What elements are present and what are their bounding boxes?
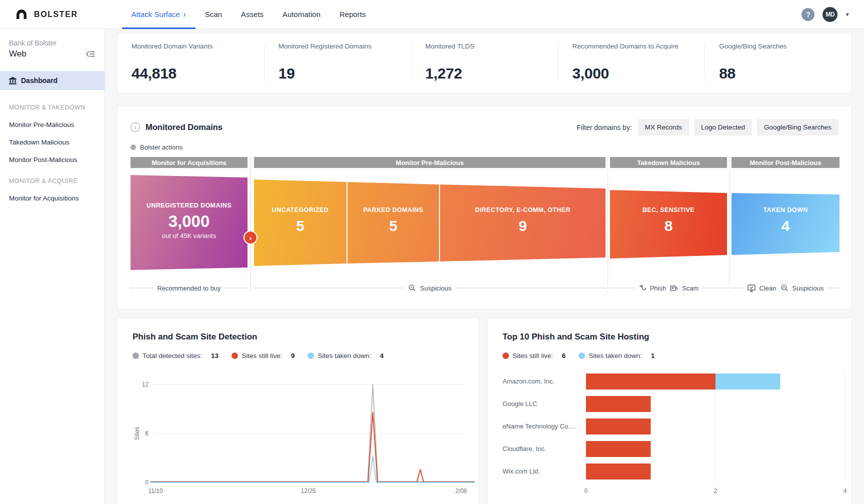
sidebar-item-takedown-malicious[interactable]: Takedown Malicious — [0, 138, 104, 146]
svg-text:eName Technology Co....: eName Technology Co.... — [502, 422, 576, 430]
svg-text:11/10: 11/10 — [148, 488, 162, 494]
stat-monitored-domain-variants: Monitored Domain Variants 44,818 — [118, 42, 264, 82]
footer-post-malicious: Clean Suspicious — [732, 282, 840, 294]
funnel-block-directory-ecomm-other[interactable]: DIRECTORY, E-COMM, OTHER 9 — [440, 168, 606, 273]
expand-acquisitions-icon[interactable]: › — [244, 232, 256, 244]
nav-item-automation[interactable]: Automation — [273, 0, 330, 29]
stat-value: 88 — [719, 65, 852, 82]
funnel-block-taken-down[interactable]: TAKEN DOWN 4 — [732, 168, 840, 273]
sidebar-item-monitor-post-malicious[interactable]: Monitor Post-Malicious — [0, 156, 104, 164]
phish-icon — [638, 284, 646, 292]
svg-text:2: 2 — [714, 488, 718, 494]
bolster-actions-label: Bolster actions — [140, 144, 182, 151]
sidebar: Bank of Bolster Web Dashboard MONITOR & … — [0, 29, 105, 504]
domains-funnel: Monitor for Acquisitions Monitor Pre-Mal… — [130, 157, 838, 297]
svg-text:Cloudflare, Inc.: Cloudflare, Inc. — [502, 445, 546, 452]
monitored-domains-card: i Monitored Domains Filter domains by: M… — [117, 106, 852, 310]
funnel-block-uncategorized[interactable]: UNCATEGORIZED 5 — [254, 168, 346, 273]
funnel-block-unregistered-domains[interactable]: UNREGISTERED DOMAINS 3,000 out of 45K va… — [130, 168, 248, 273]
collapse-sidebar-icon[interactable] — [86, 50, 96, 58]
column-header-takedown-malicious: Takedown Malicious — [610, 157, 727, 168]
filter-logo-detected-button[interactable]: Logo Detected — [694, 119, 752, 136]
footer-pre-malicious: Suspicious — [254, 282, 606, 294]
footer-takedown: Phish $ Scam — [610, 282, 727, 294]
hosting-chart-title: Top 10 Phish and Scam Site Hosting — [502, 332, 836, 342]
top-hosting-card: Top 10 Phish and Scam Site Hosting Sites… — [487, 318, 852, 504]
svg-text:12/25: 12/25 — [301, 488, 316, 494]
legend-sites-still-live: Sites still live: 9 — [232, 352, 294, 360]
detection-line-chart: 061211/1012/252/08Sites — [132, 366, 464, 498]
info-icon[interactable]: i — [130, 122, 140, 132]
phish-scam-detection-card: Phish and Scam Site Detection Total dete… — [117, 318, 479, 504]
stat-google-bing-searches: Google/Bing Searches 88 — [704, 42, 852, 82]
sidebar-item-monitor-pre-malicious[interactable]: Monitor Pre-Malicious — [0, 121, 104, 128]
column-header-monitor-post-malicious: Monitor Post-Malicious — [732, 157, 840, 168]
stat-recommended-domains: Recommended Domains to Acquire 3,000 — [558, 42, 704, 82]
org-name: Bank of Bolster — [0, 39, 104, 47]
svg-text:12: 12 — [142, 381, 149, 388]
svg-text:0: 0 — [584, 488, 588, 494]
svg-text:Google LLC: Google LLC — [502, 400, 537, 408]
main-content: Monitored Domain Variants 44,818 Monitor… — [105, 29, 864, 504]
detection-chart-legend: Total detected sites: 13 Sites still liv… — [132, 352, 464, 360]
hosting-chart-legend: Sites still live: 6 Sites taken down: 1 — [502, 352, 836, 360]
chevron-right-icon: › — [183, 10, 186, 18]
legend-total-detected: Total detected sites: 13 — [132, 352, 218, 360]
stats-card: Monitored Domain Variants 44,818 Monitor… — [117, 33, 852, 94]
nav-item-attack-surface[interactable]: Attack Surface › — [122, 0, 196, 29]
svg-text:4: 4 — [844, 488, 847, 494]
monitored-domains-title: Monitored Domains — [146, 122, 222, 132]
nav-item-scan[interactable]: Scan — [196, 0, 232, 29]
sidebar-section-monitor-takedown: MONITOR & TAKEDOWN — [9, 104, 96, 111]
detection-chart-title: Phish and Scam Site Detection — [132, 332, 464, 342]
legend-sites-taken-down: Sites taken down: 4 — [308, 352, 384, 360]
svg-text:Sites: Sites — [134, 427, 140, 440]
workspace-name: Web — [9, 49, 26, 59]
svg-text:6: 6 — [145, 430, 148, 437]
legend-dot-icon — [308, 352, 314, 359]
funnel-block-parked-domains[interactable]: PARKED DOMAINS 5 — [348, 168, 439, 273]
filter-mx-records-button[interactable]: MX Records — [638, 119, 689, 136]
nav-item-reports[interactable]: Reports — [330, 0, 376, 29]
sidebar-item-label: Dashboard — [21, 76, 58, 84]
legend-sites-still-live: Sites still live: 6 — [502, 352, 566, 360]
avatar[interactable]: MD — [822, 7, 838, 22]
stat-value: 44,818 — [132, 65, 264, 82]
stat-value: 1,272 — [426, 65, 558, 82]
column-header-monitor-pre-malicious: Monitor Pre-Malicious — [254, 157, 606, 168]
hosting-bar-chart: 024Amazon.com, Inc.Google LLCeName Techn… — [502, 366, 852, 498]
svg-text:Wix.com Ltd.: Wix.com Ltd. — [502, 468, 540, 475]
nav-item-assets[interactable]: Assets — [232, 0, 273, 29]
footer-acquisitions: Recommended to buy — [130, 282, 248, 294]
funnel-block-bec-sensitive[interactable]: BEC, SENSITIVE 8 — [610, 168, 727, 273]
column-header-monitor-for-acquisitions: Monitor for Acquisitions — [130, 157, 248, 168]
brand-name: BOLSTER — [34, 10, 78, 19]
svg-text:2/08: 2/08 — [455, 488, 467, 494]
chevron-down-icon[interactable]: ▾ — [846, 10, 849, 18]
sidebar-section-monitor-acquire: MONITOR & ACQUIRE — [9, 178, 96, 184]
filter-label: Filter domains by: — [576, 124, 632, 132]
legend-dot-icon — [132, 352, 139, 359]
svg-text:0: 0 — [145, 479, 148, 486]
svg-text:Amazon.com, Inc.: Amazon.com, Inc. — [502, 378, 554, 385]
filter-google-bing-button[interactable]: Google/Bing Searches — [757, 119, 838, 136]
legend-sites-taken-down: Sites taken down: 1 — [578, 352, 654, 360]
legend-dot-icon — [232, 352, 238, 359]
suspicious-magnifier-icon — [408, 284, 416, 292]
top-nav: BOLSTER Attack Surface › Scan Assets Aut… — [0, 0, 864, 29]
brand[interactable]: BOLSTER — [15, 8, 78, 20]
stat-value: 19 — [278, 65, 411, 82]
stat-value: 3,000 — [572, 65, 704, 82]
suspicious-magnifier-icon — [780, 284, 788, 292]
help-icon[interactable]: ? — [802, 8, 814, 21]
sidebar-item-dashboard[interactable]: Dashboard — [0, 71, 104, 90]
dashboard-icon — [9, 77, 16, 84]
bolster-actions-dot-icon — [130, 144, 136, 150]
svg-text:$: $ — [676, 286, 678, 290]
stat-monitored-registered-domains: Monitored Registered Domains 19 — [264, 42, 411, 82]
sidebar-item-monitor-for-acquisitions[interactable]: Monitor for Acquisitions — [0, 194, 104, 202]
scam-icon: $ — [670, 284, 678, 292]
bolster-logo-icon — [15, 8, 28, 20]
legend-dot-icon — [502, 352, 509, 359]
stat-monitored-tlds: Monitored TLDS 1,272 — [411, 42, 558, 82]
